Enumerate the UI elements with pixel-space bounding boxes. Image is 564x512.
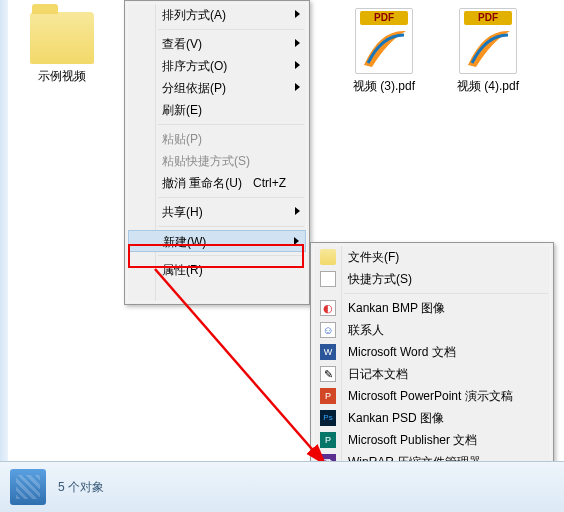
file-label: 视频 (4).pdf [457, 78, 519, 95]
folder-item[interactable]: 示例视频 [22, 12, 102, 85]
menu-label: 粘贴快捷方式(S) [162, 154, 250, 168]
menu-separator [344, 293, 548, 294]
menu-item-paste-shortcut: 粘贴快捷方式(S) [128, 150, 306, 172]
submenu-item-diary[interactable]: ✎日记本文档 [314, 363, 550, 385]
menu-item-share[interactable]: 共享(H) [128, 201, 306, 223]
menu-item-view[interactable]: 查看(V) [128, 33, 306, 55]
menu-label: 共享(H) [162, 205, 203, 219]
pdf-icon: PDF [459, 8, 517, 74]
file-item-pdf-2[interactable]: PDF 视频 (4).pdf [448, 8, 528, 95]
pdf-badge: PDF [464, 11, 512, 25]
menu-label: 刷新(E) [162, 103, 202, 117]
submenu-item-bmp[interactable]: ◐Kankan BMP 图像 [314, 297, 550, 319]
menu-label: 属性(R) [162, 263, 203, 277]
bmp-icon: ◐ [320, 300, 336, 316]
submenu-arrow-icon [295, 207, 300, 215]
menu-label: 快捷方式(S) [348, 272, 412, 286]
menu-item-paste: 粘贴(P) [128, 128, 306, 150]
menu-separator [158, 197, 304, 198]
context-menu: 排列方式(A) 查看(V) 排序方式(O) 分组依据(P) 刷新(E) 粘贴(P… [124, 0, 310, 305]
submenu-item-folder[interactable]: 文件夹(F) [314, 246, 550, 268]
menu-label: 查看(V) [162, 37, 202, 51]
menu-label: 日记本文档 [348, 367, 408, 381]
menu-label: 排列方式(A) [162, 8, 226, 22]
submenu-arrow-icon [295, 39, 300, 47]
submenu-arrow-icon [294, 237, 299, 245]
menu-item-arrange[interactable]: 排列方式(A) [128, 4, 306, 26]
menu-label: 文件夹(F) [348, 250, 399, 264]
menu-shortcut: Ctrl+Z [253, 172, 286, 194]
submenu-item-psd[interactable]: PsKankan PSD 图像 [314, 407, 550, 429]
folder-icon [30, 12, 94, 64]
menu-item-properties[interactable]: 属性(R) [128, 259, 306, 281]
contact-icon: ☺ [320, 322, 336, 338]
diary-icon: ✎ [320, 366, 336, 382]
menu-label: 分组依据(P) [162, 81, 226, 95]
file-label: 视频 (3).pdf [353, 78, 415, 95]
shortcut-icon [320, 271, 336, 287]
menu-separator [158, 124, 304, 125]
submenu-item-shortcut[interactable]: 快捷方式(S) [314, 268, 550, 290]
pdf-icon: PDF [355, 8, 413, 74]
menu-label: 粘贴(P) [162, 132, 202, 146]
menu-item-group[interactable]: 分组依据(P) [128, 77, 306, 99]
menu-label: 新建(W) [163, 235, 206, 249]
menu-label: 撤消 重命名(U) [162, 176, 242, 190]
submenu-arrow-icon [295, 83, 300, 91]
ppt-icon: P [320, 388, 336, 404]
folder-icon [320, 249, 336, 265]
publisher-icon: P [320, 432, 336, 448]
submenu-item-word[interactable]: WMicrosoft Word 文档 [314, 341, 550, 363]
submenu-item-pub[interactable]: PMicrosoft Publisher 文档 [314, 429, 550, 451]
menu-label: 联系人 [348, 323, 384, 337]
menu-item-sort[interactable]: 排序方式(O) [128, 55, 306, 77]
menu-item-new[interactable]: 新建(W) [128, 230, 306, 252]
menu-label: Microsoft Publisher 文档 [348, 433, 477, 447]
file-item-pdf-1[interactable]: PDF 视频 (3).pdf [344, 8, 424, 95]
submenu-item-ppt[interactable]: PMicrosoft PowerPoint 演示文稿 [314, 385, 550, 407]
statusbar-icon [10, 469, 46, 505]
word-icon: W [320, 344, 336, 360]
menu-label: Kankan PSD 图像 [348, 411, 444, 425]
folder-label: 示例视频 [38, 68, 86, 85]
psd-icon: Ps [320, 410, 336, 426]
pdf-badge: PDF [360, 11, 408, 25]
menu-separator [158, 255, 304, 256]
menu-item-undo[interactable]: 撤消 重命名(U)Ctrl+Z [128, 172, 306, 194]
menu-separator [158, 29, 304, 30]
statusbar-text: 5 个对象 [58, 479, 104, 496]
explorer-left-edge [0, 0, 8, 461]
submenu-arrow-icon [295, 10, 300, 18]
submenu-arrow-icon [295, 61, 300, 69]
submenu-item-contact[interactable]: ☺联系人 [314, 319, 550, 341]
menu-label: 排序方式(O) [162, 59, 227, 73]
menu-label: Microsoft PowerPoint 演示文稿 [348, 389, 513, 403]
menu-label: Microsoft Word 文档 [348, 345, 456, 359]
menu-separator [158, 226, 304, 227]
menu-item-refresh[interactable]: 刷新(E) [128, 99, 306, 121]
status-bar: 5 个对象 [0, 461, 564, 512]
menu-label: Kankan BMP 图像 [348, 301, 445, 315]
